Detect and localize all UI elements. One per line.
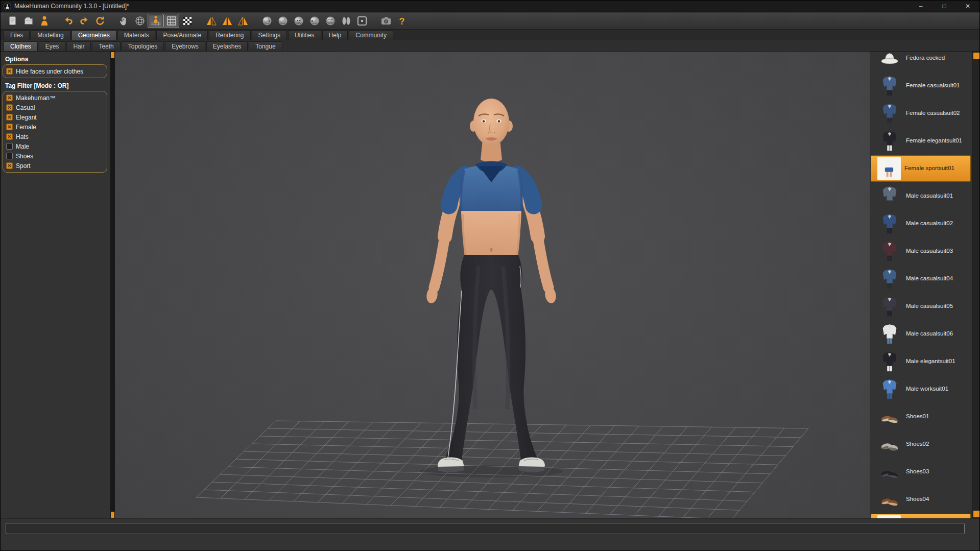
tag-filter-shoes[interactable]: Shoes [5,151,105,161]
window-controls: – □ ✕ [909,1,979,12]
grab-hand-button[interactable] [116,14,132,28]
suit-thumbnail-icon [877,101,902,126]
option-hide-faces-under-clothes[interactable]: ✕Hide faces under clothes [5,66,105,76]
tab-files[interactable]: Files [4,30,30,40]
sport-thumbnail-icon [877,157,901,180]
clothes-item-female-casualsuit01[interactable]: Female casualsuit01 [870,72,972,100]
tag-filter-elegant[interactable]: ✕Elegant [5,112,105,122]
wireframe-sphere-button[interactable] [132,14,148,28]
checkbox-shoes[interactable] [6,153,13,159]
clothes-item-fedora-cocked[interactable]: Fedora cocked [870,52,972,72]
checkbox-male[interactable] [6,143,13,150]
options-groupbox: ✕Hide faces under clothes [3,64,107,78]
checkbox-casual[interactable]: ✕ [6,104,13,111]
checkbox-elegant[interactable]: ✕ [6,114,13,121]
clothes-item-male-casualsuit03[interactable]: Male casualsuit03 [870,237,972,265]
view-face-icon [293,15,305,27]
view-sphere-top-button[interactable] [322,14,338,28]
checkbox-hats[interactable]: ✕ [6,133,13,140]
mirror-both-button[interactable] [219,14,235,28]
clothes-item-label: Male elegantsuit01 [906,358,963,365]
camera-snapshot-button[interactable] [378,14,394,28]
tab-settings[interactable]: Settings [252,30,287,40]
human-grid-icon [150,15,162,27]
view-face-button[interactable] [291,14,306,28]
subtab-eyelashes[interactable]: Eyelashes [206,41,248,51]
checkbox-hide-faces-under-clothes[interactable]: ✕ [6,68,13,75]
subtab-tongue[interactable]: Tongue [249,41,282,51]
subtab-clothes[interactable]: Clothes [4,41,38,51]
view-sphere-front-button[interactable] [275,14,291,28]
subtab-topologies[interactable]: Topologies [122,41,164,51]
clothes-item-partial[interactable] [871,514,971,518]
human-grid-button[interactable] [148,14,163,28]
redo-icon [78,15,90,27]
tag-filter-hats[interactable]: ✕Hats [5,132,105,141]
minimize-button[interactable]: – [909,1,933,12]
tab-geometries[interactable]: Geometries [71,30,116,40]
subtab-teeth[interactable]: Teeth [92,41,120,51]
viewport-3d[interactable] [115,52,870,518]
tab-utilities[interactable]: Utilities [288,30,321,40]
clothes-item-female-elegantsuit01[interactable]: Female elegantsuit01 [870,127,972,155]
new-document-button[interactable] [5,14,20,28]
clothes-item-shoes04[interactable]: Shoes04 [870,486,972,513]
undo-button[interactable] [60,14,76,28]
tag-filter-sport[interactable]: ✕Sport [5,161,105,171]
close-button[interactable]: ✕ [956,1,979,12]
app-logo-icon [3,2,11,10]
clothes-item-male-casualsuit02[interactable]: Male casualsuit02 [870,210,972,237]
save-human-button[interactable] [36,14,52,28]
redo-button[interactable] [76,14,92,28]
clothes-item-female-sportsuit01[interactable]: Female sportsuit01 [871,155,971,182]
suit-thumbnail-icon [877,267,902,291]
left-panel-scrollbar[interactable] [110,52,115,518]
mirror-left-button[interactable] [203,14,219,28]
maximize-button[interactable]: □ [933,1,956,12]
help-button[interactable]: ? [394,14,410,28]
view-sphere-left-button[interactable] [306,14,322,28]
mirror-right-button[interactable] [235,14,251,28]
focus-frame-button[interactable] [354,14,370,28]
human-model[interactable] [420,99,563,477]
tag-filter-casual[interactable]: ✕Casual [5,103,105,112]
view-sphere-right-button[interactable] [259,14,275,28]
clothes-item-male-worksuit01[interactable]: Male worksuit01 [870,375,972,403]
tag-filter-title: Tag Filter [Mode : OR] [5,82,107,89]
tab-community[interactable]: Community [349,30,393,40]
clothes-item-male-casualsuit06[interactable]: Male casualsuit06 [870,320,972,348]
grid-button[interactable] [163,14,179,28]
clothes-item-shoes01[interactable]: Shoes01 [870,403,972,430]
load-document-button[interactable] [20,14,36,28]
clothes-item-male-casualsuit01[interactable]: Male casualsuit01 [870,182,972,210]
checkbox-label: Elegant [16,114,37,121]
subtab-eyebrows[interactable]: Eyebrows [165,41,205,51]
subtab-eyes[interactable]: Eyes [39,41,66,51]
view-feet-button[interactable] [338,14,354,28]
tab-help[interactable]: Help [322,30,348,40]
checkbox-female[interactable]: ✕ [6,124,13,130]
clothes-item-shoes03[interactable]: Shoes03 [870,458,972,486]
mirror-left-icon [205,15,218,27]
tag-filter-male[interactable]: Male [5,141,105,151]
tag-filter-female[interactable]: ✕Female [5,122,105,132]
tab-rendering[interactable]: Rendering [209,30,250,40]
checkbox-sport[interactable]: ✕ [6,162,13,169]
clothes-item-shoes02[interactable]: Shoes02 [870,430,972,458]
tab-pose-animate[interactable]: Pose/Animate [156,30,208,40]
tag-filter-makehuman[interactable]: ✕Makehuman™ [5,93,105,103]
clothes-item-male-elegantsuit01[interactable]: Male elegantsuit01 [870,348,972,375]
checkerboard-button[interactable] [179,14,195,28]
grab-hand-icon [118,15,130,27]
clothes-list: Fedora cockedFemale casualsuit01Female c… [870,52,972,518]
reload-button[interactable] [92,14,108,28]
clothes-item-male-casualsuit04[interactable]: Male casualsuit04 [870,265,972,293]
clothes-item-male-casualsuit05[interactable]: Male casualsuit05 [870,293,972,320]
tab-materials[interactable]: Materials [117,30,156,40]
clothes-item-female-casualsuit02[interactable]: Female casualsuit02 [870,100,972,127]
subtab-hair[interactable]: Hair [66,41,91,51]
checkbox-makehuman[interactable]: ✕ [6,94,13,101]
checkbox-label: Hide faces under clothes [16,68,83,75]
clothes-list-scrollbar[interactable] [972,52,980,518]
tab-modelling[interactable]: Modelling [31,30,70,40]
